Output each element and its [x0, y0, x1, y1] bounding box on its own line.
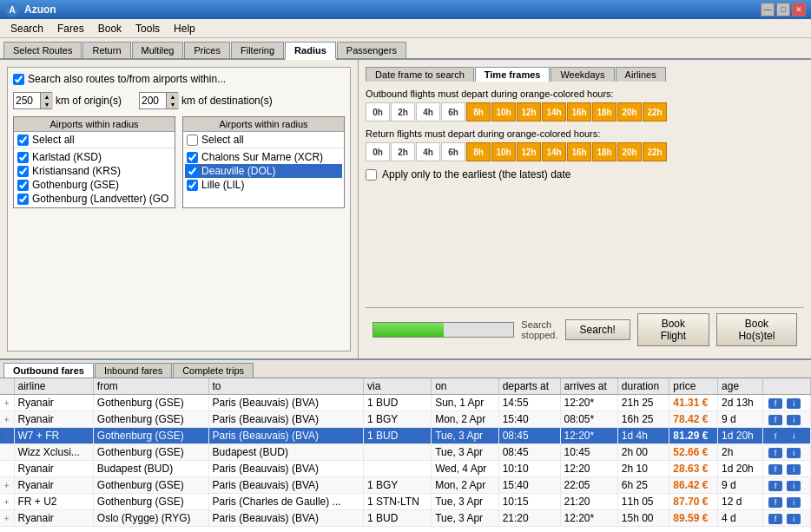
tab-prices[interactable]: Prices	[184, 42, 230, 58]
hour-block-18h-outbound[interactable]: 18h	[592, 102, 616, 122]
hour-block-0h-return[interactable]: 0h	[366, 142, 390, 161]
tab-select-routes[interactable]: Select Routes	[3, 42, 82, 58]
right-tab-date-frame[interactable]: Date frame to search	[366, 67, 474, 82]
airport-checkbox[interactable]	[17, 180, 29, 191]
dest-value-input[interactable]	[140, 94, 166, 108]
menu-search[interactable]: Search	[3, 21, 50, 36]
menu-help[interactable]: Help	[167, 21, 202, 36]
list-item[interactable]: Kristiansand (KRS)	[16, 164, 173, 178]
book-flight-button[interactable]: Book Flight	[637, 313, 709, 346]
info-icon[interactable]: i	[787, 464, 801, 475]
expand-cell[interactable]: -	[0, 428, 14, 444]
right-select-all-checkbox[interactable]	[187, 135, 198, 146]
table-row[interactable]: + Ryanair Gothenburg (GSE) Paris (Beauva…	[0, 411, 811, 428]
table-row[interactable]: + Ryanair Oslo (Rygge) (RYG) Paris (Beau…	[0, 510, 811, 527]
tab-filtering[interactable]: Filtering	[231, 42, 284, 58]
expand-cell[interactable]	[0, 444, 14, 461]
tab-multileg[interactable]: Multileg	[132, 42, 184, 58]
table-row[interactable]: + FR + U2 Gothenburg (GSE) Paris (Charle…	[0, 494, 811, 510]
table-row[interactable]: + Ryanair Gothenburg (GSE) Paris (Beauva…	[0, 477, 811, 494]
hour-block-4h-outbound[interactable]: 4h	[416, 102, 440, 122]
expand-cell[interactable]: +	[0, 494, 14, 510]
hour-block-22h-return[interactable]: 22h	[643, 142, 667, 161]
hour-block-6h-return[interactable]: 6h	[441, 142, 465, 161]
search-routes-checkbox[interactable]	[13, 74, 24, 85]
origin-spin-input[interactable]: ▲ ▼	[13, 92, 52, 109]
right-tab-airlines[interactable]: Airlines	[616, 67, 666, 82]
info-icon[interactable]: i	[787, 481, 801, 491]
dest-up-arrow[interactable]: ▲	[167, 93, 179, 101]
airport-checkbox[interactable]	[187, 180, 198, 191]
book-icon[interactable]: f	[768, 448, 782, 458]
airport-checkbox[interactable]	[17, 166, 29, 177]
table-row[interactable]: + Ryanair Gothenburg (GSE) Paris (Beauva…	[0, 395, 811, 411]
menu-tools[interactable]: Tools	[129, 21, 167, 36]
book-icon[interactable]: f	[768, 481, 782, 491]
info-icon[interactable]: i	[787, 497, 801, 508]
hour-block-12h-outbound[interactable]: 12h	[517, 102, 541, 122]
hour-block-0h-outbound[interactable]: 0h	[366, 102, 390, 122]
book-icon[interactable]: f	[768, 514, 782, 524]
airport-checkbox[interactable]	[17, 152, 29, 163]
menu-book[interactable]: Book	[91, 21, 129, 36]
table-row[interactable]: Wizz Xclusi... Gothenburg (GSE) Budapest…	[0, 444, 811, 461]
book-icon[interactable]: f	[768, 497, 782, 508]
expand-cell[interactable]: +	[0, 411, 14, 428]
airport-checkbox[interactable]	[187, 152, 198, 163]
hour-block-22h-outbound[interactable]: 22h	[643, 102, 667, 122]
left-select-all-checkbox[interactable]	[17, 135, 29, 146]
tab-radius[interactable]: Radius	[285, 42, 336, 60]
maximize-button[interactable]: □	[776, 3, 790, 16]
hour-block-16h-outbound[interactable]: 16h	[567, 102, 591, 122]
list-item[interactable]: Lille (LIL)	[185, 178, 342, 192]
list-item[interactable]: Karlstad (KSD)	[16, 150, 173, 164]
tab-passengers[interactable]: Passengers	[337, 42, 406, 58]
hour-block-16h-return[interactable]: 16h	[567, 142, 591, 161]
expand-cell[interactable]: +	[0, 510, 14, 527]
hour-block-14h-outbound[interactable]: 14h	[542, 102, 566, 122]
results-tab-complete[interactable]: Complete trips	[173, 363, 254, 378]
right-tab-time-frames[interactable]: Time frames	[475, 67, 551, 82]
hour-block-18h-return[interactable]: 18h	[592, 142, 616, 161]
hour-block-10h-outbound[interactable]: 10h	[491, 102, 516, 122]
book-icon[interactable]: f	[768, 398, 782, 409]
menu-fares[interactable]: Fares	[50, 21, 91, 36]
right-tab-weekdays[interactable]: Weekdays	[551, 67, 614, 82]
results-tab-outbound[interactable]: Outbound fares	[3, 363, 94, 378]
hour-block-20h-outbound[interactable]: 20h	[617, 102, 642, 122]
hour-block-12h-return[interactable]: 12h	[517, 142, 541, 161]
expand-cell[interactable]: +	[0, 395, 14, 411]
info-icon[interactable]: i	[787, 514, 801, 524]
expand-cell[interactable]	[0, 461, 14, 477]
hour-block-20h-return[interactable]: 20h	[617, 142, 642, 161]
list-item[interactable]: Chalons Sur Marne (XCR)	[185, 150, 342, 164]
origin-value-input[interactable]	[14, 94, 40, 108]
close-button[interactable]: ✕	[792, 3, 806, 16]
table-row[interactable]: - W7 + FR Gothenburg (GSE) Paris (Beauva…	[0, 428, 811, 444]
info-icon[interactable]: i	[787, 398, 801, 409]
info-icon[interactable]: i	[787, 431, 801, 442]
airport-checkbox[interactable]	[187, 166, 198, 177]
search-button[interactable]: Search!	[565, 319, 630, 340]
list-item[interactable]: Gothenburg (GSE)	[16, 178, 173, 192]
origin-down-arrow[interactable]: ▼	[41, 101, 53, 108]
tab-return[interactable]: Return	[82, 42, 130, 58]
hour-block-8h-return[interactable]: 8h	[466, 142, 491, 161]
apply-earliest-checkbox[interactable]	[366, 169, 377, 181]
book-icon[interactable]: f	[768, 415, 782, 425]
airport-checkbox[interactable]	[17, 194, 29, 205]
book-hotel-button[interactable]: Book Ho(s)tel	[716, 313, 797, 346]
dest-spin-input[interactable]: ▲ ▼	[139, 92, 178, 109]
results-tab-inbound[interactable]: Inbound fares	[95, 363, 172, 378]
hour-block-10h-return[interactable]: 10h	[491, 142, 516, 161]
hour-block-6h-outbound[interactable]: 6h	[441, 102, 465, 122]
dest-down-arrow[interactable]: ▼	[167, 101, 179, 108]
minimize-button[interactable]: —	[761, 3, 775, 16]
expand-cell[interactable]: +	[0, 477, 14, 494]
hour-block-2h-outbound[interactable]: 2h	[391, 102, 415, 122]
hour-block-14h-return[interactable]: 14h	[542, 142, 566, 161]
hour-block-4h-return[interactable]: 4h	[416, 142, 440, 161]
info-icon[interactable]: i	[787, 415, 801, 425]
book-icon[interactable]: f	[768, 431, 782, 442]
hour-block-2h-return[interactable]: 2h	[391, 142, 415, 161]
